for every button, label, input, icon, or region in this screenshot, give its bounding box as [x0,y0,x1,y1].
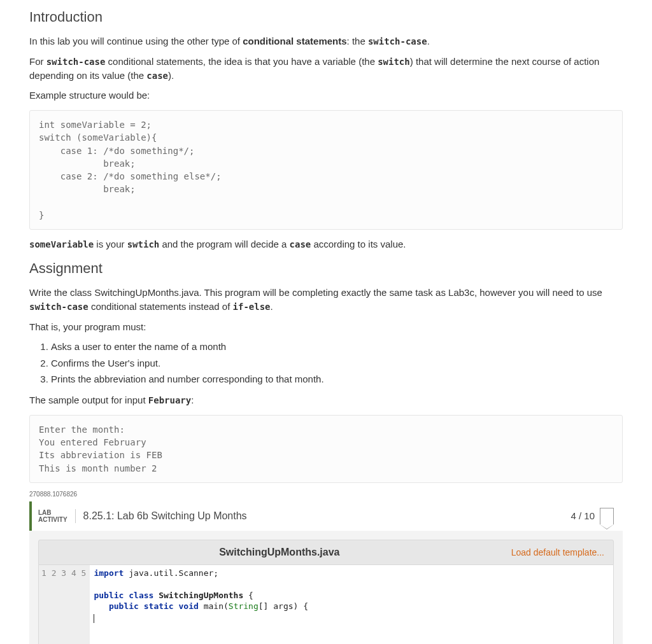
text: Write the class SwitchingUpMonths.java. … [29,287,602,298]
text: ). [168,70,174,81]
inline-code: switch [378,57,410,67]
lab-type-badge: LAB ACTIVITY [38,509,76,523]
code-text: [] args) { [259,601,308,611]
text: In this lab you will continue using the … [29,36,243,46]
sample-output-intro: The sample output for input February: [29,393,623,407]
intro-paragraph-2: For switch-case conditional statements, … [29,55,623,83]
sample-output-block: Enter the month: You entered February It… [29,415,623,483]
type: String [229,601,259,611]
text: conditional statements instead of [89,301,233,312]
text-cursor [94,614,94,623]
inline-code: switch-case [46,57,106,67]
list-item: Prints the abbreviation and number corre… [51,372,623,387]
keyword: void [179,601,199,611]
section-heading-assignment: Assignment [29,260,623,277]
inline-code: swtich [127,239,160,249]
text: LAB [38,509,67,516]
lab-title: 8.25.1: Lab 6b Switching Up Months [83,510,571,522]
text: according to its value. [311,239,406,249]
keyword: class [129,591,153,600]
text: . [271,301,273,312]
keyword: static [144,601,174,611]
inline-code: case [146,71,168,81]
code-area[interactable]: import java.util.Scanner; public class S… [90,565,613,644]
file-bar: SwitchingUpMonths.java Load default temp… [38,540,614,565]
lab-header: LAB ACTIVITY 8.25.1: Lab 6b Switching Up… [29,501,623,531]
load-default-template-link[interactable]: Load default template... [511,547,604,557]
lab-body: SwitchingUpMonths.java Load default temp… [29,531,623,644]
keyword: public [109,601,139,611]
assign-paragraph-1: Write the class SwitchingUpMonths.java. … [29,286,623,314]
text: For [29,56,46,67]
code-text: main( [199,601,229,611]
inline-code: switch-case [368,36,427,46]
intro-paragraph-3: Example structure would be: [29,88,623,102]
intro-paragraph-4: someVariable is your swtich and the prog… [29,237,623,251]
inline-code: if-else [233,302,271,312]
text: ACTIVITY [38,516,67,523]
keyword: import [94,568,124,578]
text: The sample output for input [29,395,148,405]
code-text: java.util.Scanner; [124,568,218,578]
text: conditional statements, the idea is that… [105,56,378,67]
text: : [191,395,194,405]
keyword: public [94,591,124,600]
inline-code: switch-case [29,302,89,312]
inline-code: case [290,239,311,249]
list-item: Asks a user to enter the name of a month [51,340,623,354]
intro-paragraph-1: In this lab you will continue using the … [29,34,623,48]
line-gutter: 1 2 3 4 5 [39,565,90,644]
example-code-block: int someVariable = 2; switch (someVariab… [29,110,623,230]
list-item: Confirms the User's input. [51,356,623,371]
code-editor[interactable]: 1 2 3 4 5 import java.util.Scanner; publ… [38,565,614,644]
file-name: SwitchingUpMonths.java [48,547,511,558]
inline-code: February [148,395,191,405]
lab-score: 4 / 10 [570,510,595,521]
inline-code: someVariable [29,239,94,249]
requirements-list: Asks a user to enter the name of a month… [29,340,623,387]
lab-activity-card: LAB ACTIVITY 8.25.1: Lab 6b Switching Up… [29,501,623,644]
text: . [427,36,430,46]
text: is your [94,239,127,249]
text: : the [347,36,368,46]
class-name: SwitchingUpMonths [159,591,243,600]
bold-text: conditional statements [243,36,346,46]
assign-paragraph-2: That is, your program must: [29,320,623,334]
lab-numeric-id: 270888.1076826 [29,491,623,498]
section-heading-introduction: Introduction [29,9,623,25]
text: and the program will decide a [159,239,289,249]
code-text: { [243,591,253,600]
bookmark-icon[interactable] [600,508,614,524]
